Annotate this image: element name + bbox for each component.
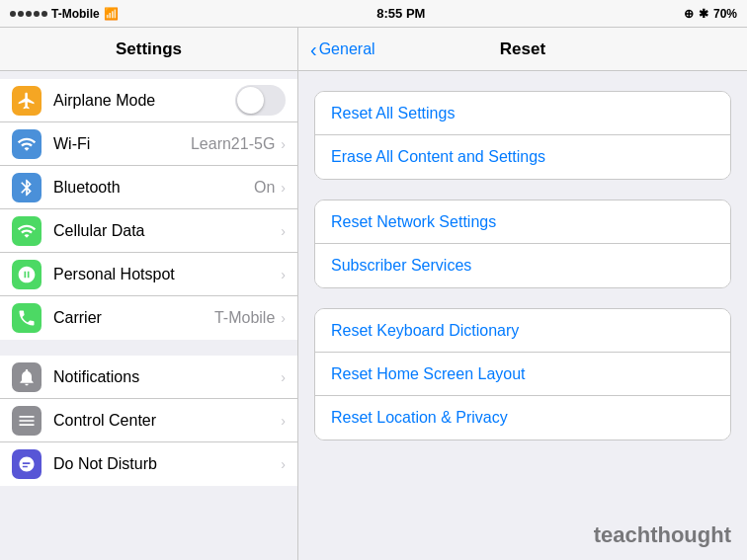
reset-content: Reset All Settings Erase All Content and… [298,71,747,440]
subscriber-item[interactable]: Subscriber Services [315,244,730,287]
wifi-status-icon: 📶 [104,7,119,21]
carrier-value: T-Mobile [214,309,275,327]
carrier-label: Carrier [53,309,214,327]
wifi-value: Learn21-5G [191,135,275,153]
cellular-icon [12,216,42,246]
airplane-icon [12,86,42,116]
back-chevron-icon: ‹ [310,40,317,59]
settings-list-2: Notifications › Control Center › Do Not … [0,356,297,486]
carrier-name: T-Mobile [51,7,100,21]
carrier-icon [12,303,42,333]
bluetooth-icon [12,173,42,202]
reset-all-settings-item[interactable]: Reset All Settings [315,92,730,135]
cellular-chevron: › [281,223,286,239]
settings-item-airplane[interactable]: Airplane Mode [0,79,297,122]
settings-item-control-center[interactable]: Control Center › [0,399,297,442]
wifi-icon [12,129,42,159]
reset-keyboard-label: Reset Keyboard Dictionary [331,322,714,340]
notifications-icon [12,362,42,392]
reset-network-label: Reset Network Settings [331,213,714,231]
reset-group-2: Reset Network Settings Subscriber Servic… [314,200,731,288]
reset-header: ‹ General Reset [298,28,747,71]
carrier-chevron: › [281,310,286,326]
settings-title: Settings [116,40,182,59]
bluetooth-chevron: › [281,180,286,196]
reset-keyboard-item[interactable]: Reset Keyboard Dictionary [315,309,730,353]
dnd-chevron: › [281,456,286,472]
reset-location-item[interactable]: Reset Location & Privacy [315,396,730,440]
erase-all-label: Erase All Content and Settings [331,148,714,166]
status-time: 8:55 PM [376,6,425,21]
signal-dot-3 [26,11,32,17]
settings-item-hotspot[interactable]: Personal Hotspot › [0,253,297,296]
settings-item-notifications[interactable]: Notifications › [0,356,297,399]
settings-panel: Settings Airplane Mode Wi-Fi Learn21 [0,28,298,560]
settings-item-wifi[interactable]: Wi-Fi Learn21-5G › [0,122,297,166]
hotspot-icon [12,260,42,289]
status-left: T-Mobile 📶 [10,7,119,21]
back-button[interactable]: ‹ General [310,40,375,59]
wifi-label: Wi-Fi [53,135,191,153]
reset-all-label: Reset All Settings [331,105,714,122]
reset-home-item[interactable]: Reset Home Screen Layout [315,353,730,396]
wifi-chevron: › [281,136,286,152]
bluetooth-value: On [254,179,275,197]
reset-title: Reset [500,40,545,59]
dnd-icon [12,449,42,479]
hotspot-chevron: › [281,267,286,282]
hotspot-label: Personal Hotspot [53,266,281,283]
reset-group-3: Reset Keyboard Dictionary Reset Home Scr… [314,308,731,440]
signal-dots [10,11,47,17]
settings-item-bluetooth[interactable]: Bluetooth On › [0,166,297,209]
settings-header: Settings [0,28,297,71]
notifications-label: Notifications [53,368,281,386]
location-icon: ⊕ [684,7,694,21]
reset-network-item[interactable]: Reset Network Settings [315,200,730,244]
signal-dot-1 [10,11,16,17]
signal-dot-4 [34,11,40,17]
signal-dot-5 [42,11,47,17]
status-right: ⊕ ✱ 70% [684,7,737,21]
back-label: General [319,40,375,58]
battery-percentage: 70% [713,7,737,21]
bluetooth-label: Bluetooth [53,179,254,197]
control-center-icon [12,406,42,436]
settings-item-carrier[interactable]: Carrier T-Mobile › [0,296,297,340]
status-bar: T-Mobile 📶 8:55 PM ⊕ ✱ 70% [0,0,747,28]
control-center-label: Control Center [53,412,281,430]
reset-home-label: Reset Home Screen Layout [331,365,714,383]
reset-panel: ‹ General Reset Reset All Settings Erase… [298,28,747,560]
reset-group-1: Reset All Settings Erase All Content and… [314,91,731,180]
section-divider [0,340,297,348]
reset-location-label: Reset Location & Privacy [331,409,714,427]
airplane-label: Airplane Mode [53,92,235,110]
cellular-label: Cellular Data [53,222,281,240]
settings-item-cellular[interactable]: Cellular Data › [0,209,297,253]
control-center-chevron: › [281,413,286,429]
subscriber-label: Subscriber Services [331,257,714,275]
notifications-chevron: › [281,369,286,385]
dnd-label: Do Not Disturb [53,455,281,473]
erase-all-item[interactable]: Erase All Content and Settings [315,135,730,179]
bluetooth-status-icon: ✱ [699,7,708,21]
toggle-knob [237,87,264,114]
settings-list-1: Airplane Mode Wi-Fi Learn21-5G › Blue [0,79,297,340]
main-container: Settings Airplane Mode Wi-Fi Learn21 [0,28,747,560]
signal-dot-2 [18,11,24,17]
airplane-toggle[interactable] [235,85,286,116]
settings-item-dnd[interactable]: Do Not Disturb › [0,442,297,486]
watermark: teachthought [594,522,731,548]
